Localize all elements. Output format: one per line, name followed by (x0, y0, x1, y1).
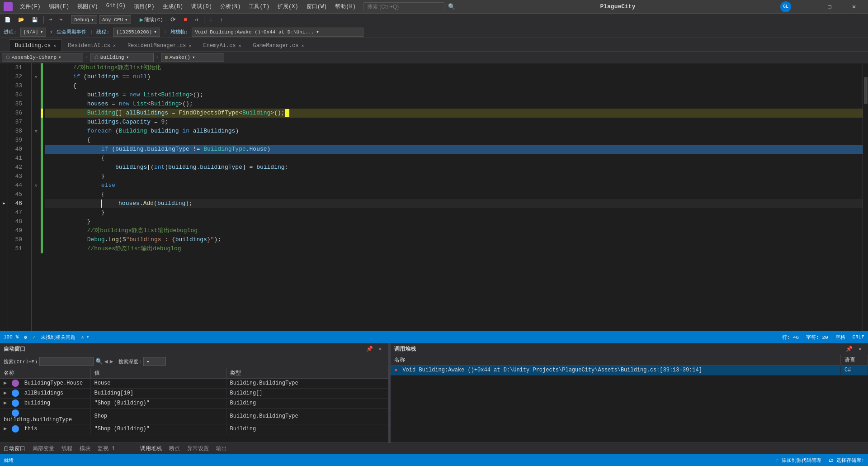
next-btn[interactable]: ▶ (110, 358, 113, 365)
menu-analyze[interactable]: 分析(N) (217, 1, 245, 12)
tab-enemy-ai[interactable]: EnemyAi.cs ✕ (198, 39, 247, 51)
pin-button[interactable]: 📌 (365, 345, 374, 354)
step-out-btn[interactable]: ↑ (217, 16, 226, 24)
collapse-else-icon[interactable]: ▽ (35, 183, 37, 188)
menu-file[interactable]: 文件(F) (16, 1, 44, 12)
menu-build[interactable]: 生成(B) (159, 1, 187, 12)
tab-resident-ai[interactable]: ResidentAI.cs ✕ (62, 39, 122, 51)
save-btn[interactable]: 💾 (29, 16, 41, 24)
step-over-btn[interactable]: ⟳ (168, 15, 179, 24)
restart-btn[interactable]: ↺ (193, 16, 201, 24)
menu-help[interactable]: 帮助(H) (331, 1, 359, 12)
call-stack-row-0[interactable]: ● Void Building:Awake ()+0x44 at D:\Unit… (391, 365, 868, 375)
bottom-tab-auto[interactable]: 自动窗口 (4, 443, 25, 455)
maximize-button[interactable]: ❐ (819, 0, 840, 14)
collapse-gutter: ▽ ▽ ▽ (32, 63, 41, 331)
svg-rect-0 (9, 4, 11, 10)
space-info: 空格 (835, 334, 845, 341)
bottom-tab-callstack[interactable]: 调用堆栈 (140, 443, 162, 455)
menu-view[interactable]: 视图(V) (74, 1, 102, 12)
debug-mode-dropdown[interactable]: Debug▾ (71, 15, 97, 24)
name-2: building (24, 400, 51, 406)
auto-row-0[interactable]: ▶ BuildingType.House House Building.Buil… (0, 378, 388, 388)
bottom-tab-thread[interactable]: 线程 (61, 443, 72, 454)
add-to-source-btn[interactable]: ↑ 添加到源代码管理 (776, 457, 821, 464)
menu-git[interactable]: Git(G) (103, 1, 129, 12)
auto-row-1[interactable]: ▶ allBuildings Building[10] Building[] (0, 388, 388, 398)
expand-2[interactable]: ▶ (4, 400, 7, 406)
minimize-button[interactable]: — (795, 0, 816, 14)
expand-1[interactable]: ▶ (4, 390, 7, 396)
close-button[interactable]: ✕ (844, 0, 864, 14)
step-in-btn[interactable]: ↓ (207, 16, 216, 24)
tab-game-manager[interactable]: GameManager.cs ✕ (247, 39, 310, 51)
bottom-tab-locals[interactable]: 局部变量 (33, 443, 54, 454)
type-3: Building.BuildingType (226, 408, 388, 424)
search-label: 搜索(Ctrl+E) (4, 358, 38, 365)
menu-edit[interactable]: 编辑(E) (45, 1, 73, 12)
tab-resident-manager-close[interactable]: ✕ (189, 43, 192, 48)
thread-dropdown[interactable]: [1325510208]▾ (113, 28, 160, 37)
code-line-43: } (45, 172, 863, 181)
expand-4[interactable]: ▶ (4, 426, 7, 432)
auto-panel-close[interactable]: ✕ (376, 345, 385, 354)
auto-row-2[interactable]: ▶ building "Shop (Building)" Building (0, 398, 388, 408)
code-editor[interactable]: 31 32 33 34 35 36 37 38 39 40 41 42 43 4… (8, 63, 868, 331)
process-dropdown[interactable]: [N/A]▾ (20, 28, 47, 37)
auto-search-input[interactable] (39, 357, 94, 366)
call-stack-close[interactable]: ✕ (855, 345, 864, 354)
expand-0[interactable]: ▶ (4, 380, 7, 386)
col-value: 值 (90, 368, 226, 378)
undo-btn[interactable]: ↩ (47, 16, 55, 24)
call-stack-pin[interactable]: 📌 (844, 345, 854, 354)
search-icon[interactable]: 🔍 (95, 358, 103, 365)
redo-btn[interactable]: ↪ (57, 16, 66, 24)
collapse-foreach-icon[interactable]: ▽ (35, 129, 37, 134)
auto-row-4[interactable]: ▶ this "Shop (Building)" Building (0, 424, 388, 434)
menu-extensions[interactable]: 扩展(X) (274, 1, 302, 12)
open-file-btn[interactable]: 📂 (15, 16, 27, 24)
bottom-tab-breakpoints[interactable]: 断点 (169, 443, 180, 454)
icon-4 (12, 425, 19, 433)
vertical-scrollbar[interactable] (863, 63, 868, 331)
global-search-input[interactable] (363, 2, 444, 11)
select-repo-btn[interactable]: 🗂 选择存储库↑ (829, 457, 864, 464)
assembly-dropdown[interactable]: ⬡ Assembly-CSharp ▾ (2, 53, 83, 62)
value-3: Shop (90, 408, 226, 424)
call-stack-controls: 📌 ✕ (844, 345, 864, 354)
tab-resident-manager[interactable]: ResidentManager.cs ✕ (122, 39, 198, 51)
icon-3 (12, 409, 19, 417)
prev-btn[interactable]: ◀ (104, 358, 108, 365)
tab-building-cs-close[interactable]: ✕ (53, 43, 56, 48)
tab-resident-ai-close[interactable]: ✕ (113, 43, 116, 48)
depth-dropdown[interactable]: ▾ (143, 357, 166, 366)
tab-game-manager-close[interactable]: ✕ (301, 43, 304, 48)
bottom-tab-output[interactable]: 输出 (216, 443, 227, 454)
bottom-tab-exceptions[interactable]: 异常设置 (187, 443, 209, 454)
collapse-if-icon[interactable]: ▽ (35, 75, 37, 80)
menu-tools[interactable]: 工具(T) (245, 1, 273, 12)
menu-project[interactable]: 项目(P) (130, 1, 158, 12)
menu-debug[interactable]: 调试(D) (188, 1, 216, 12)
tab-resident-ai-label: ResidentAI.cs (68, 43, 110, 49)
tab-building-cs[interactable]: Building.cs ✕ (9, 39, 62, 51)
new-file-btn[interactable]: 📄 (2, 16, 14, 24)
continue-btn[interactable]: ▶ 继续(C) (137, 15, 166, 24)
title-left: 文件(F) 编辑(E) 视图(V) Git(G) 项目(P) 生成(B) 调试(… (4, 1, 455, 12)
app-logo (4, 2, 13, 11)
cpu-dropdown[interactable]: Any CPU▾ (99, 15, 131, 24)
search-icon: 🔍 (448, 3, 455, 10)
auto-row-3[interactable]: ▶ building.buildingType Shop Building.Bu… (0, 408, 388, 424)
settings-icon[interactable]: ⚙ (24, 334, 27, 340)
user-avatar[interactable]: GL (780, 1, 791, 12)
stop-btn[interactable]: ⏹ (180, 16, 191, 24)
class-dropdown[interactable]: ⬡ Building ▾ (90, 53, 154, 62)
method-dropdown[interactable]: ⊞ Awake() ▾ (161, 53, 224, 62)
bottom-tab-module[interactable]: 模块 (80, 443, 90, 454)
tab-enemy-ai-label: EnemyAi.cs (203, 43, 236, 49)
code-content[interactable]: //对buildings静态list初始化 if (buildings == n… (43, 63, 863, 331)
menu-window[interactable]: 窗口(W) (303, 1, 331, 12)
tab-enemy-ai-close[interactable]: ✕ (239, 43, 241, 48)
stack-dropdown[interactable]: Void Building:Awake ()+0x44 at D:\Uni...… (192, 28, 363, 37)
bottom-tab-watch[interactable]: 监视 1 (98, 443, 115, 454)
